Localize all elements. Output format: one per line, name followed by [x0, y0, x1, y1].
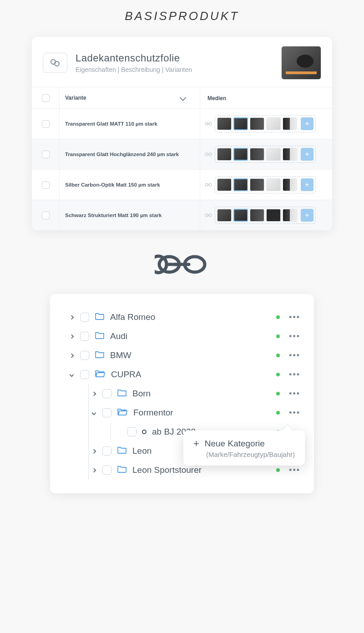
tree-label: Alfa Romeo — [110, 312, 271, 322]
media-thumb[interactable] — [250, 117, 264, 130]
add-media-button[interactable]: + — [301, 178, 313, 191]
tree-checkbox[interactable] — [80, 351, 89, 360]
tree-checkbox[interactable] — [102, 446, 111, 456]
status-dot — [276, 373, 280, 376]
expand-icon[interactable] — [91, 392, 97, 395]
more-button[interactable]: ••• — [289, 408, 300, 418]
more-button[interactable]: ••• — [289, 313, 300, 322]
tree-checkbox[interactable] — [80, 370, 89, 379]
product-image — [281, 46, 321, 80]
tree-item-audi[interactable]: Audi ••• — [68, 327, 314, 346]
tree-item-born[interactable]: Born ••• — [91, 384, 314, 403]
page-title: BASISPRODUKT — [0, 9, 364, 23]
media-thumb[interactable] — [233, 148, 248, 161]
product-subtitle: Eigenschaften | Beschreibung | Varianten — [76, 66, 273, 73]
link-icon — [43, 53, 67, 73]
media-thumb[interactable] — [266, 178, 281, 191]
more-button[interactable]: ••• — [289, 370, 300, 380]
row-checkbox[interactable] — [42, 120, 50, 128]
media-thumb[interactable] — [233, 117, 248, 130]
media-thumb[interactable] — [250, 209, 264, 222]
link-icon[interactable] — [205, 152, 212, 157]
product-title: Ladekantenschutzfolie — [76, 52, 273, 64]
popover-title: Neue Kategorie — [205, 439, 265, 449]
expand-icon[interactable] — [91, 469, 97, 472]
table-row: Transparent Glatt MATT 110 µm stark + — [32, 109, 332, 139]
tree-checkbox[interactable] — [102, 389, 111, 398]
add-media-button[interactable]: + — [301, 117, 313, 130]
collapse-icon[interactable] — [91, 411, 97, 415]
category-tree-card: Alfa Romeo ••• Audi ••• BMW ••• CUPRA ••… — [50, 294, 314, 493]
media-strip: + — [215, 176, 316, 193]
link-connector-icon — [0, 253, 364, 276]
media-thumb[interactable] — [266, 117, 281, 130]
collapse-icon[interactable] — [68, 373, 75, 376]
table-row: Silber Carbon-Optik Matt 150 µm stark + — [32, 170, 332, 200]
variant-header-label: Variante — [65, 95, 86, 101]
more-button[interactable]: ••• — [289, 466, 300, 475]
folder-icon — [95, 331, 105, 341]
table-header: Variante Medien — [32, 87, 332, 109]
media-thumb[interactable] — [217, 117, 232, 130]
tree-item-formentor[interactable]: Formentor ••• — [91, 403, 314, 422]
tree-label: Formentor — [133, 408, 271, 418]
link-icon[interactable] — [205, 122, 212, 126]
tree-item-cupra[interactable]: CUPRA ••• — [68, 365, 314, 384]
tree-label: Leon Sportstourer — [132, 465, 271, 475]
tree-item-alfa-romeo[interactable]: Alfa Romeo ••• — [68, 308, 314, 327]
more-button[interactable]: ••• — [289, 332, 300, 341]
expand-icon[interactable] — [68, 335, 75, 338]
more-button[interactable]: ••• — [289, 351, 300, 360]
media-thumb[interactable] — [250, 178, 264, 191]
column-variant-header[interactable]: Variante — [59, 87, 200, 108]
media-thumb[interactable] — [217, 148, 232, 161]
tree-checkbox[interactable] — [80, 332, 89, 341]
status-dot — [276, 334, 280, 338]
media-thumb[interactable] — [217, 178, 232, 191]
tree-checkbox[interactable] — [80, 313, 89, 322]
variant-name: Silber Carbon-Optik Matt 150 µm stark — [65, 182, 160, 187]
select-all-checkbox[interactable] — [42, 94, 50, 102]
folder-open-icon — [117, 408, 128, 418]
chevron-down-icon — [180, 95, 186, 101]
media-strip: + — [215, 115, 316, 132]
add-media-button[interactable]: + — [301, 148, 313, 161]
folder-open-icon — [95, 370, 106, 380]
expand-icon[interactable] — [68, 316, 75, 319]
tree-checkbox[interactable] — [102, 466, 111, 475]
media-thumb[interactable] — [283, 209, 297, 222]
svg-point-1 — [55, 61, 59, 66]
status-dot — [276, 468, 280, 472]
media-thumb[interactable] — [266, 148, 281, 161]
tree-checkbox[interactable] — [127, 427, 136, 436]
variant-name: Schwarz Strukturiert Matt 190 µm stark — [65, 213, 162, 218]
media-strip: + — [215, 207, 316, 224]
media-thumb[interactable] — [217, 209, 232, 222]
row-checkbox[interactable] — [42, 151, 50, 158]
media-thumb[interactable] — [233, 209, 248, 222]
tree-label: CUPRA — [111, 370, 271, 380]
media-thumb[interactable] — [283, 117, 297, 130]
tree-item-bmw[interactable]: BMW ••• — [68, 346, 314, 365]
tree-checkbox[interactable] — [102, 408, 111, 417]
link-icon[interactable] — [205, 213, 212, 218]
new-category-popover[interactable]: + Neue Kategorie (Marke/Fahrzeugtyp/Bauj… — [183, 430, 305, 466]
popover-subtitle: (Marke/Fahrzeugtyp/Baujahr) — [206, 451, 295, 458]
media-strip: + — [215, 146, 316, 163]
media-thumb[interactable] — [283, 178, 297, 191]
media-thumb[interactable] — [283, 148, 297, 161]
media-thumb[interactable] — [233, 178, 248, 191]
more-button[interactable]: ••• — [289, 389, 300, 399]
link-icon[interactable] — [205, 182, 212, 187]
media-thumb[interactable] — [266, 209, 281, 222]
row-checkbox[interactable] — [42, 181, 50, 189]
row-checkbox[interactable] — [42, 212, 50, 219]
expand-icon[interactable] — [91, 450, 97, 453]
folder-icon — [117, 465, 127, 475]
add-media-button[interactable]: + — [301, 209, 313, 222]
variant-name: Transparent Glatt Hochglänzend 240 µm st… — [65, 152, 179, 157]
media-thumb[interactable] — [250, 148, 264, 161]
status-dot — [276, 411, 280, 415]
expand-icon[interactable] — [68, 354, 75, 357]
variant-name: Transparent Glatt MATT 110 µm stark — [65, 121, 157, 127]
